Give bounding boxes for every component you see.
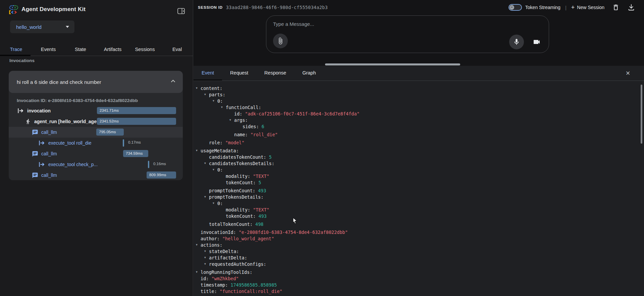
expand-arrow-icon[interactable]: ▼ <box>196 270 201 274</box>
json-value: "roll_die" <box>251 132 278 137</box>
json-value: "TEXT" <box>253 207 269 212</box>
json-key: modality: <box>226 207 250 212</box>
expand-arrow-icon[interactable]: ▼ <box>204 195 209 198</box>
json-key: args: <box>234 117 248 123</box>
json-key: 0: <box>217 201 223 206</box>
json-key: candidatesTokenCount: <box>209 154 266 160</box>
video-button[interactable] <box>533 38 541 46</box>
trace-row[interactable]: call_llm734.59ms <box>9 148 183 159</box>
mouse-cursor <box>292 217 298 226</box>
duration-bar: 734.59ms <box>123 150 148 157</box>
expand-arrow-icon[interactable]: ▼ <box>213 99 217 102</box>
expand-arrow-icon[interactable]: ▼ <box>196 87 201 90</box>
tab-trace[interactable]: Trace <box>0 44 32 56</box>
trace-row[interactable]: agent_run [hello_world_agent]2341.52ms <box>9 116 183 127</box>
expand-arrow-icon[interactable]: ▼ <box>204 162 209 165</box>
close-icon[interactable]: ✕ <box>623 68 633 78</box>
sidebar: Agent Development Kit hello_world TraceE… <box>0 0 193 296</box>
json-key: title: <box>201 289 217 294</box>
expand-arrow-icon[interactable]: ▼ <box>213 168 217 171</box>
json-line: ▼candidatesTokensDetails: <box>194 160 636 166</box>
enter-arrow-blue-icon <box>38 162 46 167</box>
expand-arrow-icon[interactable]: ▼ <box>221 106 226 109</box>
tab-eval[interactable]: Eval <box>161 44 193 56</box>
json-key: tokenCount: <box>226 180 256 185</box>
tab-state[interactable]: State <box>64 44 97 56</box>
trace-row[interactable]: call_llm795.05ms <box>9 127 183 138</box>
expand-arrow-icon[interactable]: ▼ <box>196 149 201 152</box>
agent-select-value: hello_world <box>16 24 66 30</box>
json-value: "TEXT" <box>253 174 269 179</box>
detail-tab-response[interactable]: Response <box>256 66 294 81</box>
mic-icon <box>513 38 520 46</box>
chat-icon <box>31 172 39 179</box>
session-id-value: 33aad288-9846-46f6-980d-cf555034a2b3 <box>226 5 328 10</box>
expand-arrow-icon[interactable]: ▼ <box>204 93 209 96</box>
microphone-button[interactable] <box>509 35 524 49</box>
json-key: longRunningToolIds: <box>201 269 252 275</box>
tab-sessions[interactable]: Sessions <box>129 44 161 56</box>
span-label: call_llm <box>41 172 57 178</box>
json-line: id:"adk-caf25106-f0c7-451f-86e4-3c6d7e8f… <box>194 110 636 117</box>
json-line: title:"functionCall:roll_die" <box>194 288 636 294</box>
trace-row[interactable]: call_llm809.99ms <box>9 170 183 180</box>
token-streaming-toggle[interactable]: − <box>508 4 522 11</box>
json-value: "adk-caf25106-f0c7-451f-86e4-3c6d7e8f4fd… <box>245 111 359 116</box>
span-label: invocation <box>27 108 51 113</box>
delete-session-button[interactable] <box>612 3 620 11</box>
invocation-prompt: hi roll a 6 side dice and check number <box>17 79 169 85</box>
app-window: Agent Development Kit hello_world TraceE… <box>0 0 644 296</box>
expand-arrow-icon[interactable]: ▼ <box>204 262 209 265</box>
json-key: totalTokenCount: <box>209 221 253 227</box>
duration-label: 0.16ms <box>153 162 166 166</box>
json-key: usageMetadata: <box>201 148 239 153</box>
horizontal-scrollbar-thumb[interactable] <box>325 63 460 65</box>
active-tab-indicator <box>0 55 31 56</box>
chevron-up-icon[interactable] <box>169 78 177 86</box>
json-key: name: <box>234 132 248 137</box>
detail-tab-event[interactable]: Event <box>194 66 222 81</box>
agent-select-dropdown[interactable]: hello_world <box>10 20 74 33</box>
json-value: 493 <box>258 213 266 219</box>
export-session-button[interactable] <box>627 3 635 11</box>
attach-file-button[interactable] <box>273 34 288 48</box>
expand-arrow-icon[interactable]: ▼ <box>229 118 234 121</box>
trace-row[interactable]: execute_tool roll_die0.17ms <box>9 138 183 148</box>
trace-row[interactable]: invocation2341.71ms <box>9 105 183 116</box>
trace-row[interactable]: execute_tool check_p...0.16ms <box>9 159 183 170</box>
event-detail-panel: EventRequestResponseGraph ✕ ▼content:▼pa… <box>194 66 644 296</box>
expand-arrow-icon[interactable]: ▼ <box>196 243 201 246</box>
app-title: Agent Development Kit <box>21 6 86 13</box>
collapse-panel-icon[interactable] <box>177 7 186 16</box>
message-input[interactable]: Type a Message... <box>273 21 314 27</box>
trace-tree: invocation2341.71msagent_run [hello_worl… <box>9 105 183 180</box>
json-line: tokenCount:5 <box>194 179 636 186</box>
expand-arrow-icon[interactable]: ▼ <box>204 256 209 259</box>
tab-artifacts[interactable]: Artifacts <box>97 44 129 56</box>
token-streaming-label: Token Streaming <box>525 5 560 10</box>
chevron-down-icon <box>66 26 69 28</box>
expand-arrow-icon[interactable]: ▼ <box>213 202 217 205</box>
span-label: call_llm <box>41 151 57 156</box>
json-line: modality:"TEXT" <box>194 173 636 179</box>
detail-tabs: EventRequestResponseGraph <box>194 66 644 81</box>
tab-events[interactable]: Events <box>32 44 64 56</box>
json-line: role:"model" <box>194 139 636 146</box>
duration-bar: 795.05ms <box>96 129 124 136</box>
json-value: 5 <box>258 180 261 185</box>
expand-arrow-icon[interactable]: ▼ <box>204 250 209 253</box>
json-key: role: <box>209 140 223 145</box>
invocation-card-header[interactable]: hi roll a 6 side dice and check number <box>9 71 183 93</box>
vertical-scrollbar-thumb[interactable] <box>641 85 642 144</box>
topbar-divider: | <box>565 5 567 10</box>
span-label: execute_tool roll_die <box>48 140 91 146</box>
json-key: promptTokensDetails: <box>209 194 264 200</box>
detail-tab-graph[interactable]: Graph <box>294 66 324 81</box>
message-input-container: Type a Message... <box>266 15 549 53</box>
detail-tab-request[interactable]: Request <box>222 66 256 81</box>
json-key: 0: <box>217 98 223 104</box>
new-session-button[interactable]: + New Session <box>571 4 604 11</box>
json-line: candidatesTokenCount:5 <box>194 154 636 160</box>
span-label: agent_run [hello_world_agent] <box>34 119 103 124</box>
json-key: content: <box>201 86 222 91</box>
